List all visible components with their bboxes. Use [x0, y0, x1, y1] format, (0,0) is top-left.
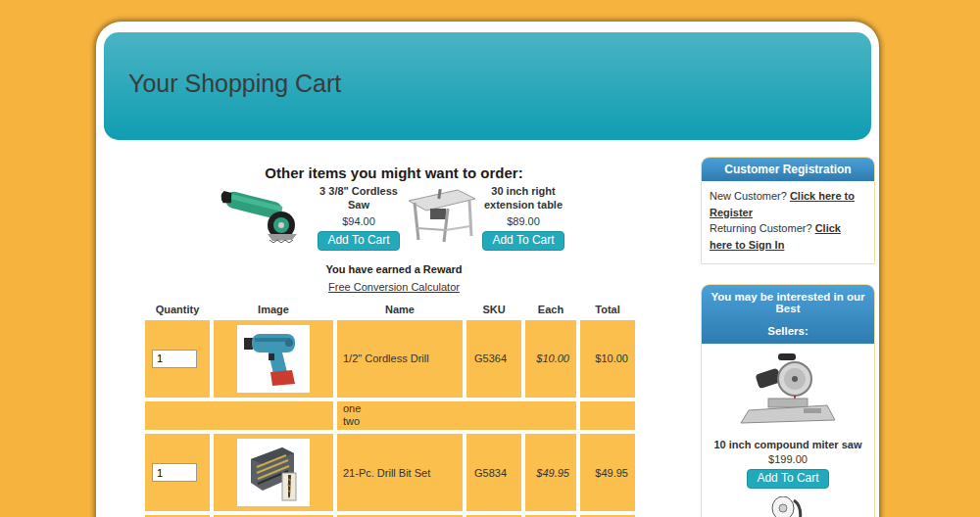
item-total-price: $49.95 [580, 434, 635, 511]
column-header-each: Each [525, 304, 576, 316]
main-content: Other items you might want to order: [145, 164, 643, 517]
table-saw-image [405, 185, 477, 250]
note-line: one [343, 402, 575, 416]
quantity-cell [145, 434, 210, 511]
suggested-product: 3 3/8" Cordless Saw $94.00 Add To Cart [219, 185, 405, 251]
product-name: 3 3/8" Cordless Saw [313, 185, 405, 212]
item-sku: G5834 [466, 434, 521, 511]
suggested-product-info: 30 inch right extension table $89.00 Add… [477, 185, 569, 251]
customer-registration-box: Customer Registration New Customer? Clic… [701, 157, 875, 264]
product-name: 30 inch right extension table [477, 185, 569, 212]
table-row: 1/2" Cordless Drill G5364 $10.00 $10.00 [145, 320, 635, 398]
item-each-price: $49.95 [525, 434, 576, 511]
new-customer-label: New Customer? [710, 190, 787, 202]
column-header-name: Name [337, 304, 463, 316]
column-header-total: Total [580, 304, 635, 316]
cart-table: Quantity Image Name SKU Each Total [141, 300, 639, 517]
item-sku: G5364 [466, 320, 521, 398]
cart-table-header-row: Quantity Image Name SKU Each Total [145, 304, 635, 316]
add-to-cart-button[interactable]: Add To Cart [747, 469, 828, 489]
suggested-product: 30 inch right extension table $89.00 Add… [405, 185, 569, 251]
cordless-drill-image [237, 325, 310, 393]
column-header-image: Image [214, 304, 333, 316]
empty-cell [145, 401, 333, 431]
best-seller-name: 10 inch compound miter saw [706, 439, 870, 450]
customer-registration-body: New Customer? Click here to Register Ret… [702, 181, 874, 263]
column-header-sku: SKU [466, 304, 521, 316]
table-row: 21-Pc. Drill Bit Set G5834 $49.95 $49.95 [145, 434, 635, 511]
add-to-cart-button[interactable]: Add To Cart [318, 231, 399, 251]
suggested-products: 3 3/8" Cordless Saw $94.00 Add To Cart [145, 185, 643, 251]
empty-cell [580, 401, 635, 431]
best-sellers-title-line2: Sellers: [704, 325, 872, 337]
best-sellers-body: 10 inch compound miter saw $199.00 Add T… [702, 344, 874, 517]
best-seller-price: $199.00 [706, 453, 870, 465]
add-to-cart-button[interactable]: Add To Cart [482, 231, 564, 251]
miter-saw-image [706, 352, 870, 434]
conversion-calculator-linkwrap: Free Conversion Calculator [145, 281, 643, 293]
sidebar: Customer Registration New Customer? Clic… [701, 157, 875, 517]
page-card: Your Shopping Cart Other items you might… [96, 22, 879, 517]
quantity-input[interactable] [152, 350, 197, 368]
image-cell [214, 320, 333, 398]
returning-customer-label: Returning Customer? [710, 222, 812, 234]
suggestions-heading: Other items you might want to order: [145, 164, 643, 181]
header-banner: Your Shopping Cart [104, 32, 871, 140]
cordless-circular-saw-image [219, 188, 313, 247]
column-header-quantity: Quantity [145, 304, 210, 316]
best-sellers-box: You may be interested in our Best Seller… [701, 284, 875, 517]
reward-message: You have earned a Reward [145, 263, 643, 275]
quantity-cell [145, 320, 210, 398]
item-name: 1/2" Cordless Drill [337, 320, 463, 398]
conversion-calculator-link[interactable]: Free Conversion Calculator [328, 281, 460, 293]
note-line: two [343, 415, 575, 429]
suggested-product-info: 3 3/8" Cordless Saw $94.00 Add To Cart [313, 185, 405, 251]
quantity-input[interactable] [152, 463, 197, 482]
drill-bit-set-image [237, 439, 310, 506]
item-each-price: $10.00 [525, 320, 576, 398]
best-sellers-title-line1: You may be interested in our Best [704, 291, 872, 314]
image-cell [214, 434, 333, 511]
item-name: 21-Pc. Drill Bit Set [337, 434, 463, 511]
band-saw-image [706, 496, 870, 517]
table-row-note: one two [145, 401, 635, 431]
product-price: $89.00 [477, 215, 569, 227]
customer-registration-title: Customer Registration [702, 158, 874, 181]
product-price: $94.00 [313, 215, 405, 227]
item-total-price: $10.00 [580, 320, 635, 398]
page-title: Your Shopping Cart [104, 32, 871, 98]
best-sellers-title: You may be interested in our Best Seller… [702, 285, 874, 344]
note-cell: one two [337, 401, 576, 431]
